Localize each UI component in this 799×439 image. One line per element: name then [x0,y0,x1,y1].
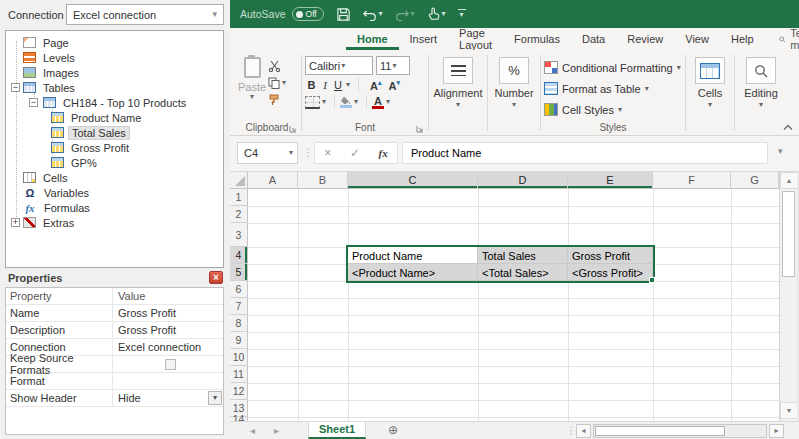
decrease-font-size-button[interactable]: A▾ [388,79,399,92]
cell-e4[interactable]: Gross Profit [568,247,653,264]
connection-dropdown[interactable]: Excel connection ▾ [66,4,224,25]
borders-dropdown-icon[interactable]: ▾ [322,98,326,106]
font-size-combobox[interactable]: 11 ▾ [376,56,410,75]
scroll-right-button[interactable]: ▸ [769,424,784,438]
row-header-10[interactable]: 10 [230,349,248,366]
row-header-7[interactable]: 7 [230,298,248,315]
horizontal-scrollbar[interactable] [593,424,767,438]
cell-c5[interactable]: <Product Name> [348,264,478,281]
bold-button[interactable]: B [305,79,318,91]
tree-item-variables[interactable]: Ω Variables [6,185,223,200]
tree-item-ch184-table[interactable]: − CH184 - Top 10 Products [6,95,223,110]
tab-help[interactable]: Help [720,28,765,50]
increase-font-size-button[interactable]: A▴ [370,79,381,92]
copy-button[interactable]: ▾ [268,76,286,89]
touch-mouse-mode-button[interactable]: ▾ [427,7,446,21]
tab-insert[interactable]: Insert [399,28,449,50]
column-header-e[interactable]: E [568,172,653,189]
cancel-entry-button[interactable]: × [324,146,331,160]
select-all-corner[interactable] [230,172,248,189]
cells-group[interactable]: Cells ▾ [689,53,731,135]
insert-function-button[interactable]: fx [379,147,388,159]
row-header-4[interactable]: 4 [230,247,248,264]
close-icon[interactable]: × [209,271,223,284]
collapse-toggle-icon[interactable]: − [11,83,20,92]
tab-view[interactable]: View [674,28,720,50]
tree-item-formulas[interactable]: fx Formulas [6,200,223,215]
previous-sheet-icon[interactable]: ◂ [250,425,255,436]
row-header-9[interactable]: 9 [230,332,248,349]
cell-e5[interactable]: <Gross Profit> [568,264,653,281]
row-header-2[interactable]: 2 [230,206,248,223]
property-row-show-header[interactable]: Show Header Hide ▾ [6,390,223,407]
tab-data[interactable]: Data [571,28,616,50]
fill-handle[interactable] [649,277,655,283]
font-color-dropdown-icon[interactable]: ▾ [386,98,390,106]
drag-handle-icon[interactable]: ⋮ [303,147,313,158]
column-header-g[interactable]: G [731,172,779,189]
autosave-toggle[interactable]: Off [292,7,324,21]
cut-button[interactable] [268,59,286,72]
tab-formulas[interactable]: Formulas [503,28,571,50]
horizontal-scrollbar-thumb[interactable] [595,426,725,436]
paste-button[interactable]: Paste ▾ [236,53,268,120]
tree-item-images[interactable]: Images [6,65,223,80]
vertical-scrollbar-thumb[interactable] [782,191,795,277]
column-header-f[interactable]: F [653,172,731,189]
tree-item-page[interactable]: Page [6,35,223,50]
name-box[interactable]: C4 ▾ [237,142,298,164]
font-dialog-launcher-icon[interactable] [416,125,424,133]
cell-c4-active[interactable]: Product Name [348,247,478,264]
expand-formula-bar-icon[interactable]: ▾ [778,146,783,156]
font-color-button[interactable]: A [372,96,384,109]
vertical-scrollbar[interactable]: ▴ ▾ [779,172,797,421]
tree-item-gp-percent[interactable]: GP% [6,155,223,170]
row-header-12[interactable]: 12 [230,383,248,400]
cell-d4[interactable]: Total Sales [478,247,568,264]
underline-dropdown-icon[interactable]: ▾ [346,81,350,89]
format-as-table-button[interactable]: Format as Table ▾ [544,78,682,99]
conditional-formatting-button[interactable]: Conditional Formatting ▾ [544,57,682,78]
collapse-ribbon-button[interactable] [783,124,793,131]
collapse-toggle-icon[interactable]: − [29,98,38,107]
format-painter-button[interactable] [268,93,286,106]
tree-item-total-sales[interactable]: Total Sales [6,125,223,140]
expand-toggle-icon[interactable]: + [11,218,20,227]
column-header-c[interactable]: C [348,172,478,189]
column-header-d[interactable]: D [478,172,568,189]
formula-input[interactable] [402,142,768,164]
alignment-group[interactable]: Alignment ▾ [432,53,484,135]
tree-item-tables[interactable]: − Tables [6,80,223,95]
save-button[interactable] [336,7,351,22]
tree-item-extras[interactable]: + Extras [6,215,223,230]
row-header-8[interactable]: 8 [230,315,248,332]
scroll-left-button[interactable]: ◂ [576,424,591,438]
undo-button[interactable]: ▾ [363,8,383,21]
property-row-description[interactable]: Description Gross Profit [6,322,223,339]
scroll-down-button[interactable]: ▾ [780,402,798,419]
tab-home[interactable]: Home [346,28,399,50]
number-group[interactable]: % Number ▾ [491,53,537,135]
confirm-entry-button[interactable]: ✓ [350,146,360,160]
keep-source-formats-checkbox[interactable] [165,359,176,370]
cell-d5[interactable]: <Total Sales> [478,264,568,281]
show-header-dropdown-button[interactable]: ▾ [208,391,222,405]
row-header-5[interactable]: 5 [230,264,248,281]
tree-item-cells[interactable]: Cells [6,170,223,185]
italic-button[interactable]: I [319,79,331,91]
fill-color-dropdown-icon[interactable]: ▾ [354,98,358,106]
next-sheet-icon[interactable]: ▸ [274,425,279,436]
cell-styles-button[interactable]: Cell Styles ▾ [544,99,682,120]
column-header-a[interactable]: A [248,172,298,189]
tell-me-search[interactable]: Tell me [779,28,799,50]
scroll-up-button[interactable]: ▴ [780,172,798,189]
tree-item-levels[interactable]: Levels [6,50,223,65]
drag-handle-icon[interactable]: ⋮ [566,425,576,436]
redo-button[interactable]: ▾ [395,8,415,21]
property-row-name[interactable]: Name Gross Profit [6,305,223,322]
row-header-6[interactable]: 6 [230,281,248,298]
new-sheet-button[interactable]: ⊕ [388,423,398,437]
property-row-format[interactable]: Format [6,373,223,390]
property-row-keep-source-formats[interactable]: Keep Source Formats [6,356,223,373]
borders-button[interactable] [305,96,320,109]
